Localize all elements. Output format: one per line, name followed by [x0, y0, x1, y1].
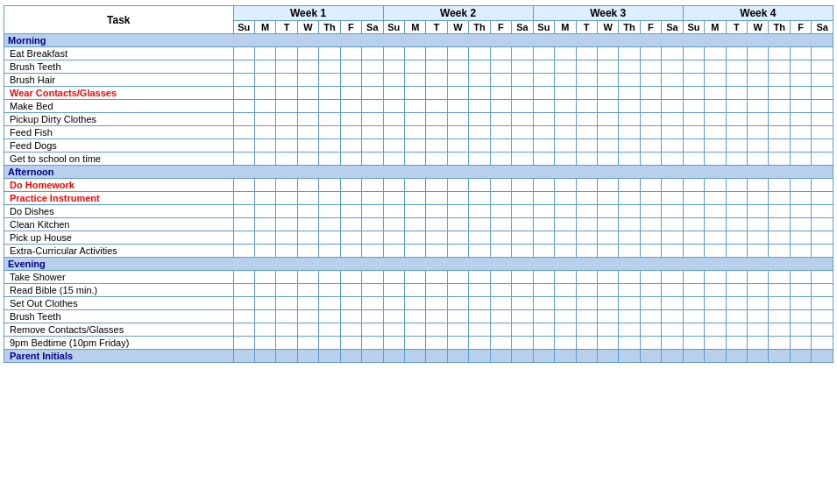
checkbox-cell[interactable] — [447, 337, 468, 350]
checkbox-cell[interactable] — [705, 271, 726, 284]
checkbox-cell[interactable] — [705, 179, 726, 192]
checkbox-cell[interactable] — [405, 192, 426, 205]
checkbox-cell[interactable] — [490, 245, 511, 258]
checkbox-cell[interactable] — [683, 218, 704, 231]
checkbox-cell[interactable] — [254, 87, 275, 100]
checkbox-cell[interactable] — [812, 100, 833, 113]
checkbox-cell[interactable] — [555, 218, 576, 231]
checkbox-cell[interactable] — [362, 218, 384, 231]
checkbox-cell[interactable] — [748, 284, 769, 297]
checkbox-cell[interactable] — [640, 323, 661, 337]
checkbox-cell[interactable] — [640, 60, 661, 74]
checkbox-cell[interactable] — [597, 126, 618, 139]
checkbox-cell[interactable] — [254, 231, 275, 245]
checkbox-cell[interactable] — [790, 271, 811, 284]
checkbox-cell[interactable] — [705, 310, 726, 323]
checkbox-cell[interactable] — [319, 231, 340, 245]
checkbox-cell[interactable] — [769, 153, 790, 166]
checkbox-cell[interactable] — [576, 284, 597, 297]
checkbox-cell[interactable] — [769, 218, 790, 231]
checkbox-cell[interactable] — [362, 87, 384, 100]
checkbox-cell[interactable] — [812, 310, 833, 323]
checkbox-cell[interactable] — [640, 310, 661, 323]
checkbox-cell[interactable] — [254, 245, 275, 258]
checkbox-cell[interactable] — [362, 323, 384, 337]
checkbox-cell[interactable] — [276, 153, 297, 166]
checkbox-cell[interactable] — [340, 337, 361, 350]
checkbox-cell[interactable] — [769, 179, 790, 192]
checkbox-cell[interactable] — [748, 350, 769, 363]
checkbox-cell[interactable] — [812, 350, 833, 363]
checkbox-cell[interactable] — [340, 87, 361, 100]
checkbox-cell[interactable] — [748, 323, 769, 337]
checkbox-cell[interactable] — [319, 100, 340, 113]
checkbox-cell[interactable] — [512, 337, 534, 350]
checkbox-cell[interactable] — [426, 297, 447, 310]
checkbox-cell[interactable] — [705, 126, 726, 139]
checkbox-cell[interactable] — [576, 231, 597, 245]
checkbox-cell[interactable] — [254, 153, 275, 166]
checkbox-cell[interactable] — [533, 192, 554, 205]
checkbox-cell[interactable] — [790, 231, 811, 245]
checkbox-cell[interactable] — [297, 87, 318, 100]
checkbox-cell[interactable] — [405, 218, 426, 231]
checkbox-cell[interactable] — [726, 179, 747, 192]
checkbox-cell[interactable] — [769, 126, 790, 139]
checkbox-cell[interactable] — [490, 179, 511, 192]
checkbox-cell[interactable] — [319, 192, 340, 205]
checkbox-cell[interactable] — [297, 297, 318, 310]
checkbox-cell[interactable] — [769, 113, 790, 126]
checkbox-cell[interactable] — [490, 231, 511, 245]
checkbox-cell[interactable] — [383, 113, 404, 126]
checkbox-cell[interactable] — [683, 350, 704, 363]
checkbox-cell[interactable] — [576, 74, 597, 87]
checkbox-cell[interactable] — [340, 74, 361, 87]
checkbox-cell[interactable] — [276, 179, 297, 192]
checkbox-cell[interactable] — [276, 297, 297, 310]
checkbox-cell[interactable] — [748, 179, 769, 192]
checkbox-cell[interactable] — [233, 47, 254, 60]
checkbox-cell[interactable] — [276, 74, 297, 87]
checkbox-cell[interactable] — [555, 100, 576, 113]
checkbox-cell[interactable] — [297, 350, 318, 363]
checkbox-cell[interactable] — [276, 231, 297, 245]
checkbox-cell[interactable] — [640, 113, 661, 126]
checkbox-cell[interactable] — [769, 100, 790, 113]
checkbox-cell[interactable] — [276, 284, 297, 297]
checkbox-cell[interactable] — [705, 74, 726, 87]
checkbox-cell[interactable] — [340, 60, 361, 74]
checkbox-cell[interactable] — [726, 126, 747, 139]
checkbox-cell[interactable] — [383, 47, 404, 60]
checkbox-cell[interactable] — [405, 100, 426, 113]
checkbox-cell[interactable] — [533, 153, 554, 166]
checkbox-cell[interactable] — [619, 218, 640, 231]
checkbox-cell[interactable] — [619, 297, 640, 310]
checkbox-cell[interactable] — [512, 297, 534, 310]
checkbox-cell[interactable] — [405, 74, 426, 87]
checkbox-cell[interactable] — [790, 350, 811, 363]
checkbox-cell[interactable] — [790, 284, 811, 297]
checkbox-cell[interactable] — [319, 126, 340, 139]
checkbox-cell[interactable] — [297, 245, 318, 258]
checkbox-cell[interactable] — [533, 60, 554, 74]
checkbox-cell[interactable] — [233, 179, 254, 192]
checkbox-cell[interactable] — [555, 74, 576, 87]
checkbox-cell[interactable] — [362, 139, 384, 153]
checkbox-cell[interactable] — [383, 231, 404, 245]
checkbox-cell[interactable] — [683, 113, 704, 126]
checkbox-cell[interactable] — [576, 153, 597, 166]
checkbox-cell[interactable] — [533, 284, 554, 297]
checkbox-cell[interactable] — [597, 113, 618, 126]
checkbox-cell[interactable] — [769, 323, 790, 337]
checkbox-cell[interactable] — [683, 60, 704, 74]
checkbox-cell[interactable] — [597, 192, 618, 205]
checkbox-cell[interactable] — [512, 245, 534, 258]
checkbox-cell[interactable] — [297, 271, 318, 284]
checkbox-cell[interactable] — [619, 284, 640, 297]
checkbox-cell[interactable] — [662, 231, 684, 245]
checkbox-cell[interactable] — [769, 297, 790, 310]
checkbox-cell[interactable] — [640, 179, 661, 192]
checkbox-cell[interactable] — [233, 271, 254, 284]
checkbox-cell[interactable] — [447, 271, 468, 284]
checkbox-cell[interactable] — [555, 153, 576, 166]
